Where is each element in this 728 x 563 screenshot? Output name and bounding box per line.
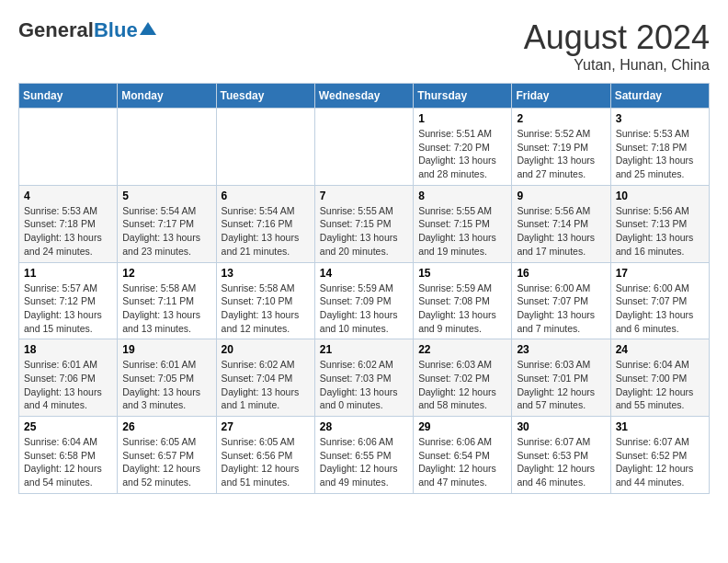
- day-number: 5: [122, 190, 210, 202]
- calendar-day-cell: 11Sunrise: 5:57 AM Sunset: 7:12 PM Dayli…: [19, 262, 118, 339]
- day-info: Sunrise: 5:58 AM Sunset: 7:11 PM Dayligh…: [122, 282, 210, 336]
- calendar-day-cell: 14Sunrise: 5:59 AM Sunset: 7:09 PM Dayli…: [314, 262, 413, 339]
- calendar-day-cell: 12Sunrise: 5:58 AM Sunset: 7:11 PM Dayli…: [118, 262, 216, 339]
- day-number: 2: [517, 112, 605, 125]
- day-number: 12: [122, 267, 210, 280]
- day-info: Sunrise: 6:04 AM Sunset: 6:58 PM Dayligh…: [24, 435, 112, 489]
- calendar-day-cell: 9Sunrise: 5:56 AM Sunset: 7:14 PM Daylig…: [512, 185, 610, 262]
- day-header: Thursday: [414, 84, 512, 109]
- day-number: 15: [418, 267, 506, 280]
- day-info: Sunrise: 5:59 AM Sunset: 7:08 PM Dayligh…: [418, 282, 506, 336]
- day-header: Saturday: [610, 84, 709, 109]
- day-number: 23: [517, 343, 605, 356]
- day-info: Sunrise: 5:56 AM Sunset: 7:14 PM Dayligh…: [517, 204, 605, 259]
- calendar-week-row: 11Sunrise: 5:57 AM Sunset: 7:12 PM Dayli…: [19, 262, 710, 339]
- day-info: Sunrise: 5:53 AM Sunset: 7:18 PM Dayligh…: [24, 204, 112, 259]
- calendar-day-cell: 20Sunrise: 6:02 AM Sunset: 7:04 PM Dayli…: [216, 339, 314, 417]
- logo: GeneralBlue: [18, 18, 156, 42]
- calendar-day-cell: 27Sunrise: 6:05 AM Sunset: 6:56 PM Dayli…: [216, 417, 314, 494]
- day-header: Monday: [118, 84, 216, 109]
- day-info: Sunrise: 5:55 AM Sunset: 7:15 PM Dayligh…: [320, 204, 408, 259]
- day-number: 25: [24, 420, 112, 433]
- day-info: Sunrise: 5:54 AM Sunset: 7:17 PM Dayligh…: [122, 204, 210, 259]
- month-title: August 2024: [524, 18, 710, 57]
- calendar-day-cell: 15Sunrise: 5:59 AM Sunset: 7:08 PM Dayli…: [414, 262, 512, 339]
- calendar-day-cell: [19, 109, 118, 186]
- calendar-day-cell: 16Sunrise: 6:00 AM Sunset: 7:07 PM Dayli…: [512, 262, 610, 339]
- day-number: 1: [418, 112, 506, 125]
- day-header: Friday: [512, 84, 610, 109]
- calendar-day-cell: 31Sunrise: 6:07 AM Sunset: 6:52 PM Dayli…: [610, 417, 709, 494]
- day-info: Sunrise: 6:06 AM Sunset: 6:54 PM Dayligh…: [418, 435, 506, 489]
- calendar-day-cell: 26Sunrise: 6:05 AM Sunset: 6:57 PM Dayli…: [118, 417, 216, 494]
- logo-text: GeneralBlue: [18, 18, 138, 42]
- day-number: 7: [320, 190, 408, 202]
- calendar-day-cell: 6Sunrise: 5:54 AM Sunset: 7:16 PM Daylig…: [216, 185, 314, 262]
- day-number: 13: [222, 267, 310, 280]
- day-info: Sunrise: 6:05 AM Sunset: 6:56 PM Dayligh…: [222, 435, 310, 489]
- day-info: Sunrise: 6:02 AM Sunset: 7:03 PM Dayligh…: [320, 358, 408, 412]
- day-info: Sunrise: 6:01 AM Sunset: 7:06 PM Dayligh…: [24, 358, 112, 412]
- title-area: August 2024 Yutan, Hunan, China: [524, 18, 710, 74]
- day-number: 19: [122, 343, 210, 356]
- calendar-day-cell: 13Sunrise: 5:58 AM Sunset: 7:10 PM Dayli…: [216, 262, 314, 339]
- day-number: 28: [320, 420, 408, 433]
- day-info: Sunrise: 5:58 AM Sunset: 7:10 PM Dayligh…: [222, 282, 310, 336]
- day-info: Sunrise: 5:52 AM Sunset: 7:19 PM Dayligh…: [517, 127, 605, 181]
- calendar-day-cell: 17Sunrise: 6:00 AM Sunset: 7:07 PM Dayli…: [610, 262, 709, 339]
- day-header: Tuesday: [216, 84, 314, 109]
- calendar-week-row: 18Sunrise: 6:01 AM Sunset: 7:06 PM Dayli…: [19, 339, 710, 417]
- calendar-day-cell: 3Sunrise: 5:53 AM Sunset: 7:18 PM Daylig…: [610, 109, 709, 186]
- day-number: 10: [616, 190, 704, 202]
- day-info: Sunrise: 5:54 AM Sunset: 7:16 PM Dayligh…: [222, 204, 310, 259]
- day-number: 16: [517, 267, 605, 280]
- day-info: Sunrise: 6:01 AM Sunset: 7:05 PM Dayligh…: [122, 358, 210, 412]
- calendar-day-cell: 4Sunrise: 5:53 AM Sunset: 7:18 PM Daylig…: [19, 185, 118, 262]
- day-number: 29: [418, 420, 506, 433]
- calendar-day-cell: 23Sunrise: 6:03 AM Sunset: 7:01 PM Dayli…: [512, 339, 610, 417]
- calendar-day-cell: 28Sunrise: 6:06 AM Sunset: 6:55 PM Dayli…: [314, 417, 413, 494]
- calendar-day-cell: 18Sunrise: 6:01 AM Sunset: 7:06 PM Dayli…: [19, 339, 118, 417]
- calendar-day-cell: 8Sunrise: 5:55 AM Sunset: 7:15 PM Daylig…: [414, 185, 512, 262]
- calendar-day-cell: 7Sunrise: 5:55 AM Sunset: 7:15 PM Daylig…: [314, 185, 413, 262]
- calendar-day-cell: 21Sunrise: 6:02 AM Sunset: 7:03 PM Dayli…: [314, 339, 413, 417]
- calendar-week-row: 4Sunrise: 5:53 AM Sunset: 7:18 PM Daylig…: [19, 185, 710, 262]
- day-number: 26: [122, 420, 210, 433]
- day-info: Sunrise: 6:02 AM Sunset: 7:04 PM Dayligh…: [222, 358, 310, 412]
- calendar-day-cell: [118, 109, 216, 186]
- day-number: 22: [418, 343, 506, 356]
- calendar-day-cell: 1Sunrise: 5:51 AM Sunset: 7:20 PM Daylig…: [414, 109, 512, 186]
- day-info: Sunrise: 5:59 AM Sunset: 7:09 PM Dayligh…: [320, 282, 408, 336]
- svg-marker-0: [140, 22, 156, 35]
- page-header: GeneralBlue August 2024 Yutan, Hunan, Ch…: [18, 18, 710, 74]
- calendar-day-cell: 5Sunrise: 5:54 AM Sunset: 7:17 PM Daylig…: [118, 185, 216, 262]
- day-number: 9: [517, 190, 605, 202]
- day-number: 21: [320, 343, 408, 356]
- calendar-day-cell: 30Sunrise: 6:07 AM Sunset: 6:53 PM Dayli…: [512, 417, 610, 494]
- day-header: Sunday: [19, 84, 118, 109]
- day-info: Sunrise: 6:00 AM Sunset: 7:07 PM Dayligh…: [616, 282, 704, 336]
- day-header: Wednesday: [314, 84, 413, 109]
- day-number: 24: [616, 343, 704, 356]
- day-info: Sunrise: 6:07 AM Sunset: 6:52 PM Dayligh…: [616, 435, 704, 489]
- day-number: 8: [418, 190, 506, 202]
- day-info: Sunrise: 6:04 AM Sunset: 7:00 PM Dayligh…: [616, 358, 704, 412]
- day-number: 6: [222, 190, 310, 202]
- day-info: Sunrise: 6:03 AM Sunset: 7:02 PM Dayligh…: [418, 358, 506, 412]
- day-number: 18: [24, 343, 112, 356]
- calendar-header-row: SundayMondayTuesdayWednesdayThursdayFrid…: [19, 84, 710, 109]
- calendar-day-cell: [216, 109, 314, 186]
- day-info: Sunrise: 5:55 AM Sunset: 7:15 PM Dayligh…: [418, 204, 506, 259]
- day-number: 11: [24, 267, 112, 280]
- calendar-day-cell: 10Sunrise: 5:56 AM Sunset: 7:13 PM Dayli…: [610, 185, 709, 262]
- day-number: 27: [222, 420, 310, 433]
- calendar-week-row: 25Sunrise: 6:04 AM Sunset: 6:58 PM Dayli…: [19, 417, 710, 494]
- day-number: 17: [616, 267, 704, 280]
- calendar-day-cell: 25Sunrise: 6:04 AM Sunset: 6:58 PM Dayli…: [19, 417, 118, 494]
- day-number: 20: [222, 343, 310, 356]
- logo-icon: [140, 20, 156, 37]
- calendar-day-cell: [314, 109, 413, 186]
- calendar-table: SundayMondayTuesdayWednesdayThursdayFrid…: [18, 83, 710, 494]
- day-info: Sunrise: 6:05 AM Sunset: 6:57 PM Dayligh…: [122, 435, 210, 489]
- day-info: Sunrise: 5:53 AM Sunset: 7:18 PM Dayligh…: [616, 127, 704, 181]
